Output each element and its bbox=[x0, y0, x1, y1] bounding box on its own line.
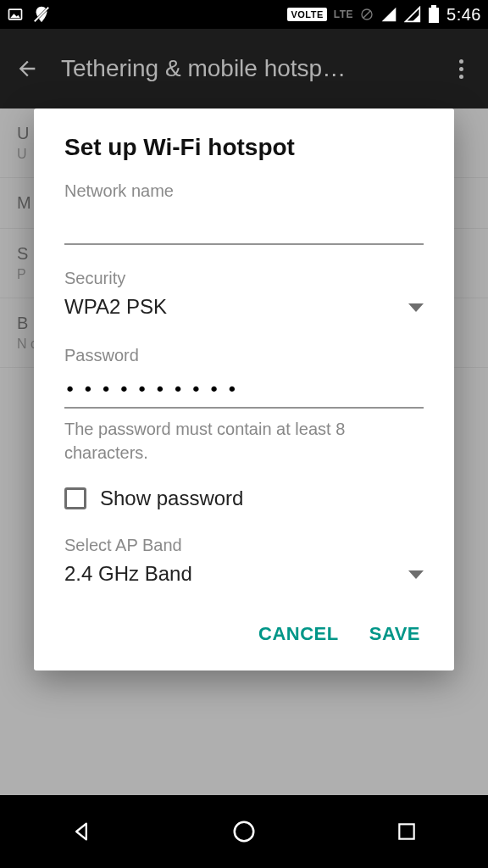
nav-home-button[interactable] bbox=[224, 811, 264, 852]
ap-band-label: Select AP Band bbox=[64, 536, 424, 555]
volte-badge: VOLTE bbox=[287, 8, 326, 21]
dialog-title: Set up Wi-Fi hotspot bbox=[64, 134, 424, 161]
back-button[interactable] bbox=[10, 52, 44, 86]
ap-band-field[interactable]: Select AP Band 2.4 GHz Band bbox=[64, 536, 424, 589]
network-name-label: Network name bbox=[64, 181, 424, 201]
lte-label: LTE bbox=[334, 8, 353, 20]
svg-point-7 bbox=[235, 822, 254, 842]
cancel-button[interactable]: CANCEL bbox=[258, 623, 339, 645]
password-hint: The password must contain at least 8 cha… bbox=[64, 417, 424, 465]
dialog-actions: CANCEL SAVE bbox=[64, 613, 424, 654]
page-title: Tethering & mobile hotsp… bbox=[61, 55, 444, 82]
nav-recent-button[interactable] bbox=[386, 811, 427, 852]
signal-icon-1 bbox=[380, 6, 397, 23]
security-value: WPA2 PSK bbox=[64, 293, 408, 322]
chevron-down-icon bbox=[408, 570, 424, 579]
security-field[interactable]: Security WPA2 PSK bbox=[64, 269, 424, 322]
status-bar: VOLTE LTE 5:46 bbox=[0, 0, 488, 29]
wifi-hotspot-dialog: Set up Wi-Fi hotspot Network name Securi… bbox=[34, 108, 454, 670]
show-password-row[interactable]: Show password bbox=[64, 487, 424, 510]
save-button[interactable]: SAVE bbox=[369, 623, 420, 645]
show-password-checkbox[interactable] bbox=[64, 487, 86, 509]
overflow-menu-button[interactable] bbox=[444, 52, 478, 86]
svg-rect-6 bbox=[431, 5, 436, 8]
location-off-icon bbox=[32, 5, 51, 24]
signal-icon-2 bbox=[404, 6, 421, 23]
no-data-icon bbox=[360, 8, 374, 21]
ap-band-value: 2.4 GHz Band bbox=[64, 560, 408, 589]
svg-line-4 bbox=[363, 11, 370, 18]
svg-rect-5 bbox=[429, 8, 439, 23]
password-input[interactable] bbox=[64, 370, 424, 409]
clock: 5:46 bbox=[446, 5, 481, 25]
show-password-label: Show password bbox=[100, 487, 243, 510]
network-name-input[interactable] bbox=[64, 206, 424, 245]
nav-back-button[interactable] bbox=[61, 811, 102, 852]
security-label: Security bbox=[64, 269, 424, 288]
picture-icon bbox=[7, 6, 24, 23]
chevron-down-icon bbox=[408, 303, 424, 312]
password-field: Password bbox=[64, 346, 424, 409]
battery-icon bbox=[428, 5, 440, 24]
app-bar: Tethering & mobile hotsp… bbox=[0, 29, 488, 108]
network-name-field: Network name bbox=[64, 181, 424, 245]
svg-rect-8 bbox=[399, 824, 413, 838]
password-label: Password bbox=[64, 346, 424, 365]
navigation-bar bbox=[0, 795, 488, 868]
